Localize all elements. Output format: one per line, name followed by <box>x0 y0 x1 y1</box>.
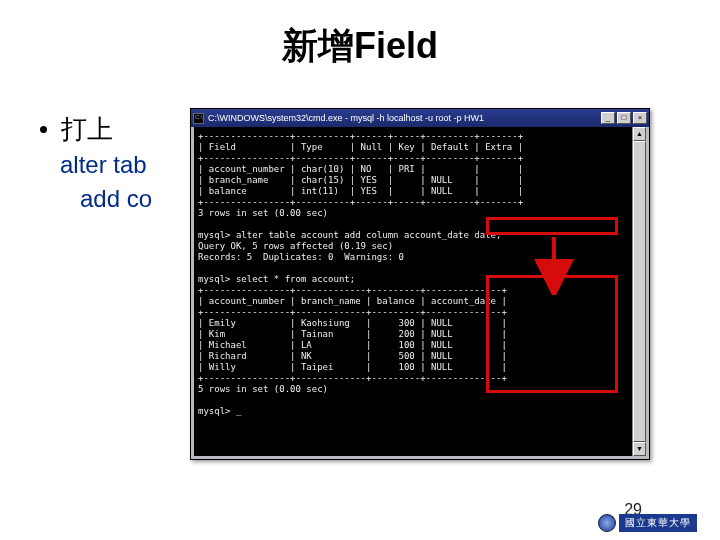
minimize-button[interactable]: _ <box>601 112 615 124</box>
slide-title: 新增Field <box>0 22 720 71</box>
university-name: 國立東華大學 <box>619 514 697 532</box>
seal-icon <box>598 514 616 532</box>
scroll-up-button[interactable]: ▲ <box>633 127 646 141</box>
window-buttons: _ □ × <box>601 112 647 124</box>
scroll-thumb[interactable] <box>633 141 646 442</box>
code-fragment: alter tab add co <box>60 148 152 215</box>
bullet-line: 打上 <box>40 112 113 147</box>
code-line-2: add co <box>60 182 152 216</box>
slide: 新增Field 打上 alter tab add co C:\WINDOWS\s… <box>0 0 720 540</box>
maximize-button[interactable]: □ <box>617 112 631 124</box>
code-line-1: alter tab <box>60 148 152 182</box>
cmd-icon <box>193 113 204 124</box>
bullet-dot <box>40 126 47 133</box>
scroll-down-button[interactable]: ▼ <box>633 442 646 456</box>
window-title: C:\WINDOWS\system32\cmd.exe - mysql -h l… <box>208 113 601 123</box>
scrollbar[interactable]: ▲ ▼ <box>632 127 646 456</box>
terminal-output[interactable]: +----------------+----------+------+----… <box>194 127 646 456</box>
university-logo: 國立東華大學 <box>598 512 710 534</box>
close-button[interactable]: × <box>633 112 647 124</box>
bullet-text: 打上 <box>61 114 113 144</box>
window-titlebar[interactable]: C:\WINDOWS\system32\cmd.exe - mysql -h l… <box>191 109 649 127</box>
command-window: C:\WINDOWS\system32\cmd.exe - mysql -h l… <box>190 108 650 460</box>
